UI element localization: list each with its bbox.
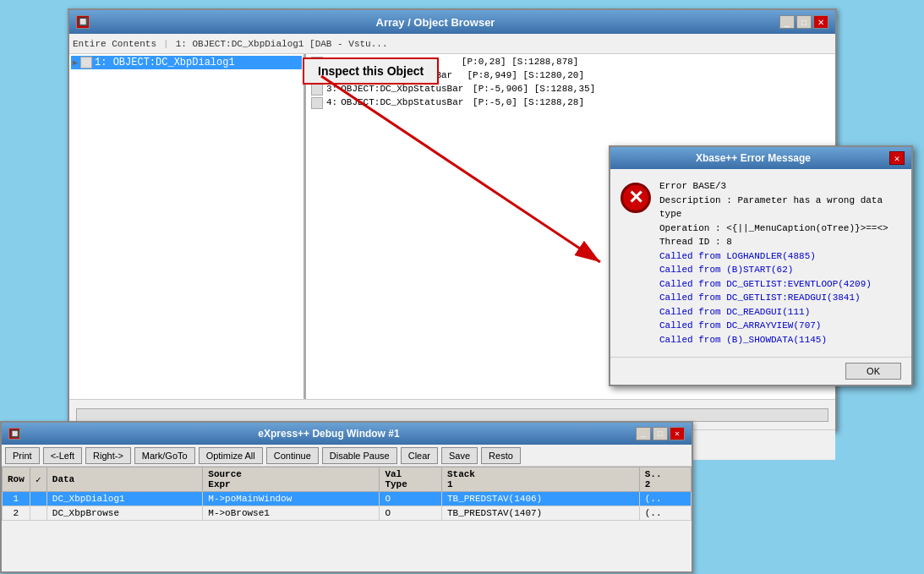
error-dialog: Xbase++ Error Message ✕ ✕ Error BASE/3 D…: [609, 145, 913, 386]
maximize-button[interactable]: □: [796, 15, 812, 29]
error-line-5: Called from LOGHANDLER(4885): [659, 249, 901, 264]
debug-maximize-button[interactable]: □: [653, 427, 668, 440]
cell-stack: TB_PREDSTAV(1406): [441, 492, 639, 506]
tree-arrow-icon: ▶: [73, 57, 78, 68]
debug-toolbar: Print <-Left Right-> Mark/GoTo Optimize …: [2, 445, 692, 467]
error-link-1[interactable]: Called from LOGHANDLER(4885): [659, 251, 816, 261]
col-header-val: ValType: [380, 467, 442, 492]
tree-node-icon: □: [80, 57, 92, 68]
cell-source: M->poMainWindow: [203, 492, 380, 506]
tree-item-selected[interactable]: ▶ □ 1: OBJECT:DC_XbpDialog1: [71, 56, 302, 69]
error-text: Error BASE/3 Description : Parameter has…: [659, 179, 901, 347]
cell-s2: (..: [639, 492, 691, 506]
minimize-button[interactable]: _: [779, 15, 795, 29]
error-line-6: Called from (B)START(62): [659, 263, 901, 277]
debug-optimize-button[interactable]: Optimize All: [199, 447, 263, 464]
titlebar-controls: _ □ ✕: [779, 15, 828, 29]
item-details: [P:0,28] [S:1288,878]: [439, 57, 578, 68]
error-link-6[interactable]: Called from DC_ARRAYVIEW(707): [659, 320, 821, 331]
debug-save-button[interactable]: Save: [441, 447, 478, 464]
list-item: 4: OBJECT:DC_XbpStatusBar [P:-5,0] [S:12…: [308, 96, 834, 110]
horizontal-scrollbar[interactable]: [76, 408, 828, 422]
array-browser-title: Array / Object Browser: [91, 16, 779, 29]
error-line-2: Description : Parameter has a wrong data…: [659, 194, 901, 221]
error-line-1: Error BASE/3: [659, 179, 901, 194]
debug-print-button[interactable]: Print: [5, 447, 40, 464]
error-body: ✕ Error BASE/3 Description : Parameter h…: [610, 169, 911, 357]
col-header-row: Row: [3, 467, 30, 492]
debug-mark-goto-button[interactable]: Mark/GoTo: [134, 447, 195, 464]
table-row[interactable]: 2 DC_XbpBrowse M->oBrowse1 O TB_PREDSTAV…: [3, 506, 692, 521]
error-line-7: Called from DC_GETLIST:EVENTLOOP(4209): [659, 277, 901, 292]
debug-disable-pause-button[interactable]: Disable Pause: [322, 447, 397, 464]
debug-restore-button[interactable]: Resto: [481, 447, 521, 464]
item-icon: [311, 97, 323, 109]
item-label: OBJECT:DC_XbpStatusBar: [341, 97, 463, 109]
error-line-10: Called from DC_ARRAYVIEW(707): [659, 319, 901, 333]
ok-button[interactable]: OK: [845, 363, 901, 380]
item-icon: [311, 84, 323, 96]
close-button[interactable]: ✕: [813, 15, 828, 29]
cell-data: DC_XbpDialog1: [46, 492, 202, 506]
item-details: [P:-5,906] [S:1288,35]: [467, 84, 595, 96]
debug-continue-button[interactable]: Continue: [266, 447, 319, 464]
cell-stack: TB_PREDSTAV(1407): [441, 506, 639, 521]
item-num: 3:: [326, 84, 337, 96]
error-line-11: Called from (B)_SHOWDATA(1145): [659, 333, 901, 347]
browser-toolbar: Entire Contents | 1: OBJECT:DC_XbpDialog…: [69, 34, 835, 54]
item-details: [P:-5,0] [S:1288,28]: [467, 97, 584, 109]
debug-table-container: Row ✓ Data SourceExpr ValType Stack1 S..…: [2, 467, 692, 571]
error-link-3[interactable]: Called from DC_GETLIST:EVENTLOOP(4209): [659, 279, 872, 289]
item-label: OBJECT:DC_XbpStatusBar: [341, 84, 463, 96]
debug-window: 🔲 eXpress++ Debug Window #1 _ □ ✕ Print …: [0, 421, 693, 573]
error-line-3: Operation : <{||_MenuCaption(oTree)}>==<…: [659, 221, 901, 236]
debug-titlebar: 🔲 eXpress++ Debug Window #1 _ □ ✕: [2, 423, 692, 445]
array-browser-titlebar: 🔲 Array / Object Browser _ □ ✕: [69, 10, 835, 34]
col-header-source: SourceExpr: [203, 467, 380, 492]
toolbar-left-label: Entire Contents: [73, 39, 156, 49]
app-icon: 🔲: [76, 15, 90, 29]
table-header-row: Row ✓ Data SourceExpr ValType Stack1 S..…: [3, 467, 692, 492]
cell-data: DC_XbpBrowse: [46, 506, 202, 521]
item-details: [P:8,949] [S:1280,20]: [456, 70, 584, 82]
error-line-9: Called from DC_READGUI(111): [659, 305, 901, 320]
error-titlebar: Xbase++ Error Message ✕: [610, 147, 911, 169]
debug-clear-button[interactable]: Clear: [401, 447, 438, 464]
error-close-button[interactable]: ✕: [889, 151, 905, 165]
cell-val: O: [380, 506, 442, 521]
error-stop-icon: ✕: [621, 183, 651, 213]
debug-close-button[interactable]: ✕: [670, 427, 685, 440]
debug-data-table: Row ✓ Data SourceExpr ValType Stack1 S..…: [2, 467, 692, 521]
toolbar-right-path: 1: OBJECT:DC_XbpDialog1 [DAB - Vstu...: [176, 39, 832, 49]
debug-minimize-button[interactable]: _: [636, 427, 651, 440]
debug-window-controls: _ □ ✕: [636, 427, 685, 440]
debug-left-button[interactable]: <-Left: [43, 447, 82, 464]
cell-check: [30, 506, 46, 521]
col-header-data: Data: [46, 467, 202, 492]
col-header-check: ✓: [30, 467, 46, 492]
debug-window-title: eXpress++ Debug Window #1: [22, 428, 636, 440]
error-link-2[interactable]: Called from (B)START(62): [659, 265, 793, 275]
cell-val: O: [380, 492, 442, 506]
tree-item-label: 1: OBJECT:DC_XbpDialog1: [95, 57, 235, 68]
error-dialog-title: Xbase++ Error Message: [617, 152, 889, 164]
cell-row-num: 1: [3, 492, 30, 506]
error-link-5[interactable]: Called from DC_READGUI(111): [659, 307, 810, 317]
list-item: 3: OBJECT:DC_XbpStatusBar [P:-5,906] [S:…: [308, 83, 834, 96]
error-link-4[interactable]: Called from DC_GETLIST:READGUI(3841): [659, 292, 861, 303]
browser-left-panel[interactable]: ▶ □ 1: OBJECT:DC_XbpDialog1: [69, 54, 306, 399]
cell-source: M->oBrowse1: [203, 506, 380, 521]
error-icon-area: ✕: [621, 179, 651, 347]
error-link-7[interactable]: Called from (B)_SHOWDATA(1145): [659, 335, 827, 345]
error-line-4: Thread ID : 8: [659, 235, 901, 249]
error-line-8: Called from DC_GETLIST:READGUI(3841): [659, 291, 901, 305]
table-row[interactable]: 1 DC_XbpDialog1 M->poMainWindow O TB_PRE…: [3, 492, 692, 506]
cell-s2: (..: [639, 506, 691, 521]
cell-check: [30, 492, 46, 506]
debug-app-icon: 🔲: [8, 428, 20, 440]
item-num: 4:: [326, 97, 337, 109]
inspect-object-button[interactable]: Inspect this Object: [303, 57, 439, 85]
debug-right-button[interactable]: Right->: [85, 447, 131, 464]
error-footer: OK: [610, 357, 911, 385]
cell-row-num: 2: [3, 506, 30, 521]
